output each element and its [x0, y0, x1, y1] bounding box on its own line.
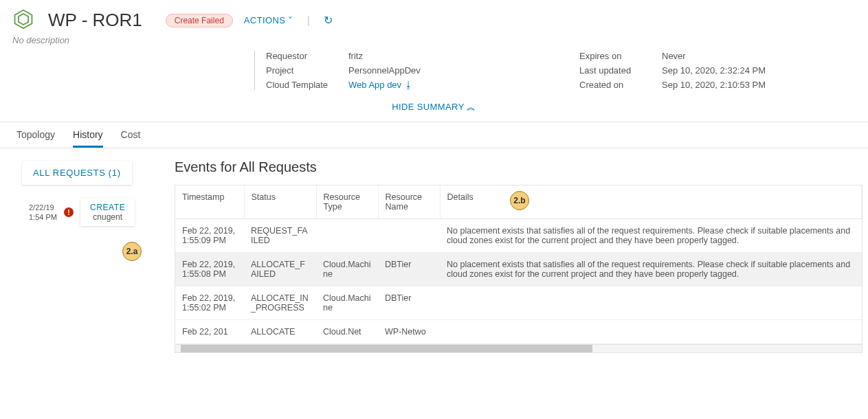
annotation-2b: 2.b: [510, 191, 529, 210]
hide-summary-toggle[interactable]: HIDE SUMMARY ︽: [0, 95, 868, 122]
created-on-value: Sep 10, 2020, 2:10:53 PM: [662, 80, 799, 90]
download-icon: ⭳: [404, 80, 413, 90]
cell-rtype: Cloud.Net: [316, 320, 378, 344]
cell-status: ALLOCATE: [244, 320, 316, 344]
cloud-template-link[interactable]: Web App dev ⭳: [348, 80, 413, 90]
cell-timestamp: Feb 22, 2019, 1:55:02 PM: [175, 286, 244, 320]
error-icon: !: [64, 207, 74, 217]
all-requests-button[interactable]: ALL REQUESTS (1): [22, 161, 132, 185]
expires-label: Expires on: [579, 51, 662, 61]
requests-sidebar: ALL REQUESTS (1) 2/22/19 1:54 PM ! CREAT…: [8, 157, 166, 353]
deployment-icon: [12, 8, 34, 32]
chevron-up-double-icon: ︽: [467, 102, 476, 112]
events-title: Events for All Requests: [175, 159, 863, 175]
tab-topology[interactable]: Topology: [16, 129, 55, 148]
cell-timestamp: Feb 22, 2019, 1:55:09 PM: [175, 219, 244, 253]
cell-details: [440, 286, 862, 320]
requestor-value: fritz: [348, 51, 486, 61]
cell-rname: [378, 219, 440, 253]
last-updated-label: Last updated: [579, 65, 662, 76]
page-title: WP - ROR1: [48, 10, 142, 31]
cell-rname: WP-Netwo: [378, 320, 440, 344]
cell-status: ALLOCATE_IN_PROGRESS: [244, 286, 316, 320]
request-timestamp: 2/22/19 1:54 PM: [29, 203, 57, 223]
cell-rtype: [316, 219, 378, 253]
cell-rtype: Cloud.Machine: [316, 286, 378, 320]
col-resource-type[interactable]: Resource Type: [316, 185, 378, 219]
svg-marker-0: [15, 10, 32, 29]
col-timestamp[interactable]: Timestamp: [175, 185, 244, 219]
svg-marker-1: [19, 14, 28, 25]
request-user: cnugent: [90, 212, 125, 222]
last-updated-value: Sep 10, 2020, 2:32:24 PM: [662, 65, 799, 76]
project-value: PersonnelAppDev: [348, 65, 486, 76]
cell-rname: DBTier: [378, 286, 440, 320]
cell-details: No placement exists that satisfies all o…: [440, 219, 862, 253]
actions-label: ACTIONS: [244, 15, 286, 25]
status-badge: Create Failed: [166, 14, 233, 27]
request-card[interactable]: CREATE cnugent: [80, 199, 135, 226]
cell-rtype: Cloud.Machine: [316, 253, 378, 286]
col-status[interactable]: Status: [244, 185, 316, 219]
table-row[interactable]: Feb 22, 2019, 1:55:02 PM ALLOCATE_IN_PRO…: [175, 286, 862, 320]
table-row[interactable]: Feb 22, 2019, 1:55:09 PM REQUEST_FAILED …: [175, 219, 862, 253]
expires-value: Never: [662, 51, 799, 61]
request-item: 2/22/19 1:54 PM ! CREATE cnugent: [8, 199, 166, 226]
horizontal-scrollbar[interactable]: [175, 344, 862, 352]
cell-status: REQUEST_FAILED: [244, 219, 316, 253]
summary-details: Requestor fritz Project PersonnelAppDev …: [254, 51, 868, 95]
col-details[interactable]: Details: [440, 185, 862, 219]
refresh-icon[interactable]: ↻: [324, 14, 333, 27]
tab-cost[interactable]: Cost: [121, 129, 141, 148]
table-row[interactable]: Feb 22, 2019, 1:55:08 PM ALLOCATE_FAILED…: [175, 253, 862, 286]
cloud-template-label: Cloud Template: [266, 80, 348, 90]
annotation-2a: 2.a: [122, 242, 142, 261]
toolbar-divider: |: [307, 14, 310, 27]
cloud-template-value: Web App dev: [348, 80, 401, 90]
cell-timestamp: Feb 22, 2019, 1:55:08 PM: [175, 253, 244, 286]
project-label: Project: [266, 65, 348, 76]
cell-rname: DBTier: [378, 253, 440, 286]
tab-history[interactable]: History: [73, 129, 103, 148]
cell-status: ALLOCATE_FAILED: [244, 253, 316, 286]
col-resource-name[interactable]: Resource Name: [378, 185, 440, 219]
requestor-label: Requestor: [266, 51, 348, 61]
actions-dropdown[interactable]: ACTIONS ˅: [244, 15, 293, 25]
description-text: No description: [0, 35, 868, 51]
cell-details: [440, 320, 862, 344]
cell-details: No placement exists that satisfies all o…: [440, 253, 862, 286]
request-action: CREATE: [90, 203, 125, 212]
chevron-down-icon: ˅: [288, 15, 293, 25]
tab-bar: Topology History Cost: [0, 122, 868, 148]
table-row[interactable]: Feb 22, 201 ALLOCATE Cloud.Net WP-Netwo: [175, 320, 862, 344]
cell-timestamp: Feb 22, 201: [175, 320, 244, 344]
hide-summary-label: HIDE SUMMARY: [392, 102, 464, 112]
created-on-label: Created on: [579, 80, 662, 90]
